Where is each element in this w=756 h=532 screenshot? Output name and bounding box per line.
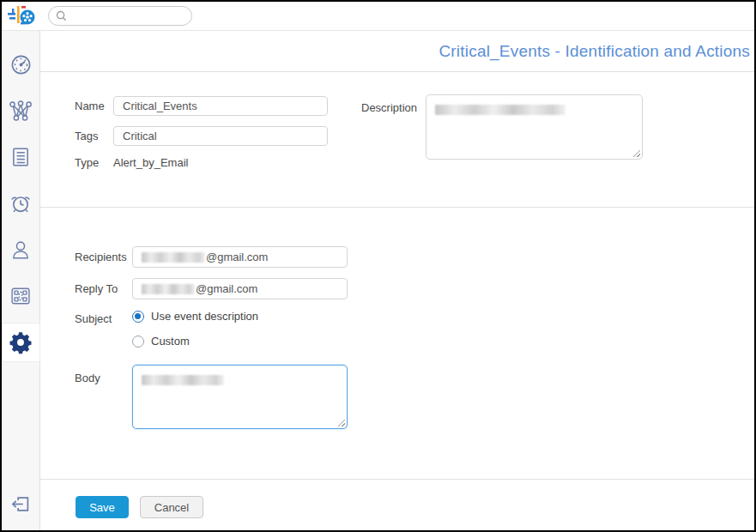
- app-logo-icon: [7, 5, 36, 27]
- settings-gear-icon: [9, 330, 33, 354]
- tags-label: Tags: [75, 130, 113, 142]
- reply-to-row: Reply To @gmail.com: [75, 278, 348, 299]
- tags-input[interactable]: [113, 126, 328, 146]
- radio-selected-icon[interactable]: [132, 311, 144, 323]
- tags-row: Tags: [75, 126, 328, 146]
- network-graph-icon: [8, 100, 33, 123]
- description-textarea[interactable]: [426, 94, 643, 160]
- subject-option-use-event-description[interactable]: Use event description: [132, 310, 258, 323]
- search-input[interactable]: [67, 10, 178, 22]
- reply-to-redacted-text: [142, 284, 195, 294]
- subject-option-label: Use event description: [151, 310, 258, 323]
- body-label: Body: [75, 365, 132, 384]
- sidebar-item-dashboard[interactable]: [2, 45, 40, 84]
- sidebar-item-schedules[interactable]: [2, 184, 40, 223]
- sidebar: [2, 30, 40, 530]
- body-row: Body: [75, 365, 348, 429]
- radio-unselected-icon[interactable]: [132, 336, 144, 348]
- reply-to-label: Reply To: [75, 282, 132, 295]
- keypad-matrix-icon: [9, 284, 33, 308]
- subject-block: Subject Use event description Custom: [75, 310, 348, 360]
- body-textarea[interactable]: [132, 365, 348, 429]
- alarm-clock-icon: [9, 191, 33, 215]
- description-redacted-text: [435, 105, 565, 115]
- name-input[interactable]: [113, 96, 328, 116]
- reply-to-input[interactable]: @gmail.com: [132, 278, 348, 299]
- search-icon: [56, 10, 67, 21]
- sidebar-item-users[interactable]: [2, 230, 40, 269]
- type-row: Type Alert_by_Email: [75, 156, 328, 169]
- name-row: Name: [75, 96, 328, 116]
- sidebar-item-settings[interactable]: [2, 323, 40, 362]
- subject-option-label: Custom: [151, 335, 190, 348]
- save-button[interactable]: Save: [76, 496, 129, 518]
- page-header: Critical_Events - Identification and Act…: [40, 31, 754, 72]
- sidebar-item-reports[interactable]: [2, 137, 40, 177]
- subject-option-custom[interactable]: Custom: [132, 335, 258, 348]
- recipients-redacted-text: [142, 252, 205, 263]
- name-label: Name: [75, 100, 113, 112]
- sidebar-item-devices[interactable]: [2, 276, 40, 316]
- logout-icon: [9, 493, 33, 516]
- topbar: [2, 2, 754, 30]
- recipients-input[interactable]: @gmail.com: [132, 246, 348, 268]
- type-value: Alert_by_Email: [113, 156, 188, 169]
- body-redacted-text: [142, 375, 224, 385]
- page-title: Critical_Events - Identification and Act…: [438, 42, 750, 61]
- main-content: Critical_Events - Identification and Act…: [40, 30, 754, 530]
- description-label: Description: [361, 94, 426, 160]
- resize-grip-icon[interactable]: [632, 149, 640, 157]
- app-window: Critical_Events - Identification and Act…: [0, 0, 756, 532]
- recipients-visible-text: @gmail.com: [206, 251, 268, 263]
- search-bar[interactable]: [48, 6, 192, 26]
- form-footer: Save Cancel: [40, 480, 754, 530]
- user-icon: [9, 239, 32, 261]
- reply-to-visible-text: @gmail.com: [196, 282, 257, 295]
- email-action-section: Recipients @gmail.com Reply To @gmail.co…: [40, 208, 754, 480]
- list-report-icon: [9, 146, 32, 168]
- sidebar-item-network[interactable]: [2, 91, 40, 130]
- sidebar-item-logout[interactable]: [2, 484, 40, 523]
- subject-label: Subject: [75, 310, 132, 360]
- resize-grip-icon[interactable]: [337, 419, 345, 426]
- recipients-row: Recipients @gmail.com: [75, 246, 348, 268]
- recipients-label: Recipients: [75, 251, 132, 263]
- type-label: Type: [75, 156, 113, 169]
- gauge-dashboard-icon: [9, 53, 33, 76]
- cancel-button[interactable]: Cancel: [140, 496, 203, 518]
- identification-section: Name Tags Type Alert_by_Email Descriptio…: [40, 72, 754, 208]
